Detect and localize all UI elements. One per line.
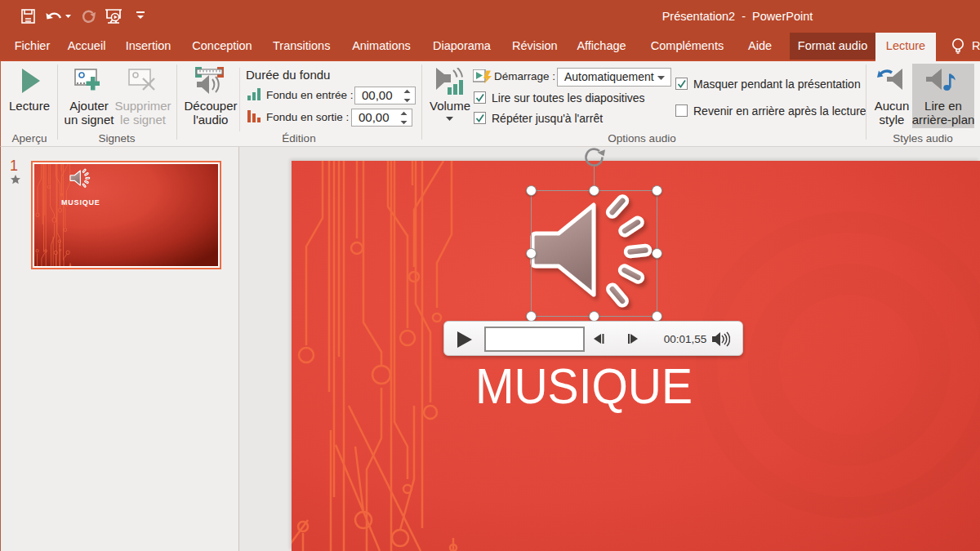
svg-text:MUSIQUE: MUSIQUE: [61, 198, 100, 207]
